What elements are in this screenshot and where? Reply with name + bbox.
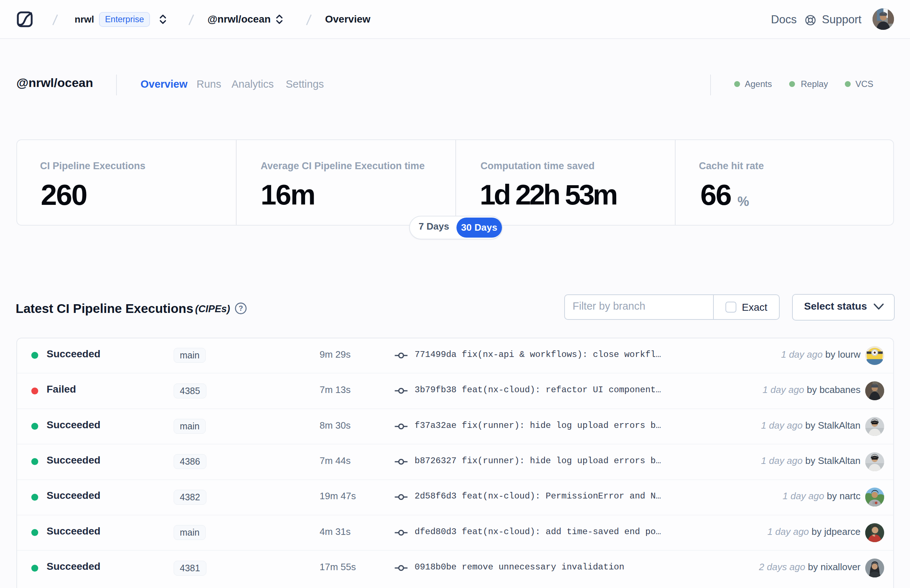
svg-text:?: ? — [238, 304, 243, 312]
